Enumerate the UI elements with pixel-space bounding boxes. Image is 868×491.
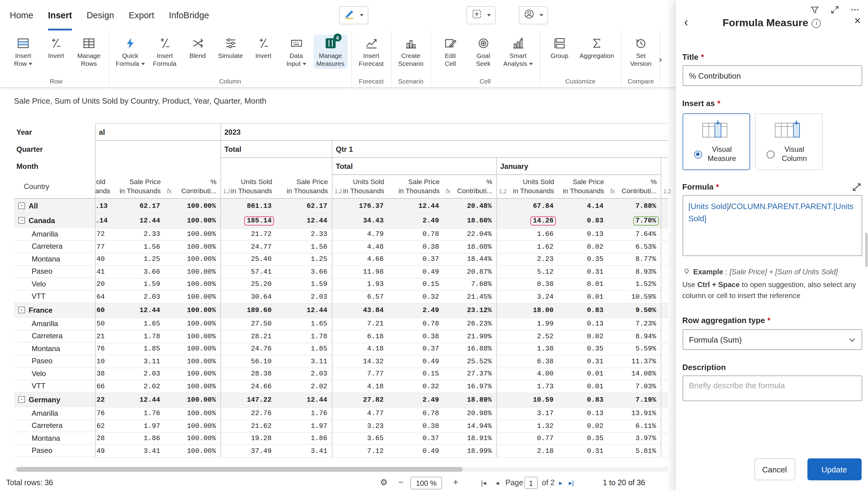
cell[interactable]: 2.33 [276, 228, 332, 240]
cell[interactable]: 14.08% [608, 368, 661, 380]
cell[interactable]: 1.86 [276, 432, 332, 445]
cell[interactable]: 24.77 [220, 240, 276, 253]
cell[interactable]: 10.59% [608, 290, 661, 303]
cell[interactable]: 0.01 [558, 278, 608, 290]
ribbon-manage-rows-button[interactable]: ManageRows [73, 35, 105, 69]
edit-style-button[interactable] [339, 6, 368, 24]
cell[interactable] [661, 240, 668, 253]
cell[interactable]: 12.44 [109, 393, 164, 407]
cell[interactable]: 4.14 [558, 198, 608, 213]
collapse-icon[interactable]: - [18, 307, 25, 313]
cell[interactable]: 100.00% [164, 343, 220, 355]
cell[interactable]: 100.00% [164, 445, 220, 457]
cell[interactable]: 0.01 [558, 290, 608, 303]
radio-visual-measure[interactable] [694, 150, 702, 158]
measure-column-header[interactable]: 1,2Units Soldin Thousands [332, 175, 388, 198]
cell[interactable]: 7.70% [608, 213, 661, 228]
cell[interactable]: 0.38 [388, 240, 443, 253]
cell[interactable]: 21.45% [443, 290, 496, 303]
cell[interactable]: 100.00% [164, 420, 220, 432]
cell[interactable]: 12.44 [276, 393, 332, 407]
row-header-cell[interactable]: Carretera [14, 240, 95, 253]
cell[interactable]: 7.03% [608, 380, 661, 393]
ribbon-smart-analysis-button[interactable]: SmartAnalysis [500, 35, 535, 69]
cell[interactable]: 14.94% [443, 420, 496, 432]
cell[interactable]: 21 [95, 330, 109, 343]
cell[interactable]: 1.25 [276, 253, 332, 265]
cell[interactable]: 12.44 [109, 303, 164, 318]
cell[interactable]: 5.81% [608, 445, 661, 457]
row-header-cell[interactable]: -France [14, 303, 95, 318]
cell[interactable]: 4.18 [332, 380, 388, 393]
cell[interactable]: 64 [95, 290, 109, 303]
cell[interactable]: 0.77 [496, 432, 558, 445]
row-header-cell[interactable]: Velo [14, 368, 95, 380]
cell[interactable]: 2.03 [276, 290, 332, 303]
ribbon-data-input-button[interactable]: DataInput [280, 35, 312, 69]
cell[interactable]: 60 [95, 303, 109, 318]
cell[interactable]: 72 [95, 228, 109, 240]
cell[interactable]: 25.40 [220, 253, 276, 265]
cell[interactable]: 1.76 [109, 407, 164, 420]
cell[interactable] [661, 213, 668, 228]
cell[interactable]: 22.04% [443, 228, 496, 240]
cell[interactable]: 11.37% [608, 355, 661, 368]
cell[interactable]: 34.43 [332, 213, 388, 228]
cell[interactable]: 0.31 [558, 265, 608, 278]
cell[interactable] [661, 368, 668, 380]
cell[interactable]: 49 [95, 445, 109, 457]
cell[interactable]: 56.10 [220, 355, 276, 368]
cell[interactable]: 76 [95, 407, 109, 420]
cell[interactable]: 10 [95, 355, 109, 368]
tab-insert[interactable]: Insert [48, 0, 72, 30]
cell[interactable]: 100.00% [164, 330, 220, 343]
cell[interactable] [661, 290, 668, 303]
tab-infobridge[interactable]: InfoBridge [169, 0, 209, 30]
cell[interactable]: 21.62 [220, 420, 276, 432]
cell[interactable]: 0.49 [388, 265, 443, 278]
measure-column-header[interactable]: 1,2Units Soldin Thousands [220, 175, 276, 198]
cell[interactable]: 8.94% [608, 330, 661, 343]
cell[interactable]: 100.00% [164, 380, 220, 393]
radio-visual-column[interactable] [766, 150, 774, 158]
row-header-cell[interactable]: Carretera [14, 420, 95, 432]
cell[interactable]: 21.72 [220, 228, 276, 240]
ribbon-blend-button[interactable]: Blend [182, 35, 213, 61]
cell[interactable]: 7.88% [608, 198, 661, 213]
cell[interactable]: 12.44 [276, 303, 332, 318]
tab-home[interactable]: Home [10, 0, 33, 30]
cell[interactable]: 16.97% [443, 380, 496, 393]
row-header-cell[interactable]: Paseo [14, 265, 95, 278]
cell[interactable]: 0.37 [388, 253, 443, 265]
cell[interactable]: 7.19% [608, 393, 661, 407]
cell[interactable]: 8.93% [608, 265, 661, 278]
cell[interactable]: 0.35 [558, 432, 608, 445]
cell[interactable]: 6.38 [496, 355, 558, 368]
cell[interactable]: 0.32 [388, 380, 443, 393]
cell[interactable]: 0.38 [496, 278, 558, 290]
horizontal-scrollbar-thumb[interactable] [17, 467, 463, 472]
cell[interactable]: 0.31 [558, 445, 608, 457]
cell[interactable]: 4.79 [332, 228, 388, 240]
cell[interactable]: 12.44 [276, 213, 332, 228]
cell[interactable] [661, 445, 668, 457]
cell[interactable]: 100.00% [164, 407, 220, 420]
measure-column-header[interactable]: fx%Contributi... [443, 175, 496, 198]
zoom-out-button[interactable]: − [398, 477, 404, 487]
zoom-in-button[interactable]: + [453, 477, 459, 487]
quarter-header[interactable]: Qtr 1 [332, 141, 668, 157]
cell[interactable]: 2.18 [496, 445, 558, 457]
cell[interactable]: 2.02 [276, 380, 332, 393]
cell[interactable]: 62.17 [109, 198, 164, 213]
cell[interactable] [661, 407, 668, 420]
row-aggregation-select[interactable]: Formula (Sum) [682, 329, 862, 350]
cell[interactable]: 3.17 [496, 407, 558, 420]
cell[interactable]: 1.73 [496, 380, 558, 393]
cell[interactable]: 40 [95, 253, 109, 265]
cell[interactable]: 100.00% [164, 228, 220, 240]
cell[interactable]: 3.66 [276, 265, 332, 278]
measure-column-header[interactable]: Sale Pricein Thousands [558, 175, 608, 198]
cell[interactable]: 20.48% [443, 198, 496, 213]
cell[interactable]: 2.23 [496, 253, 558, 265]
cell[interactable]: 1.62 [496, 240, 558, 253]
